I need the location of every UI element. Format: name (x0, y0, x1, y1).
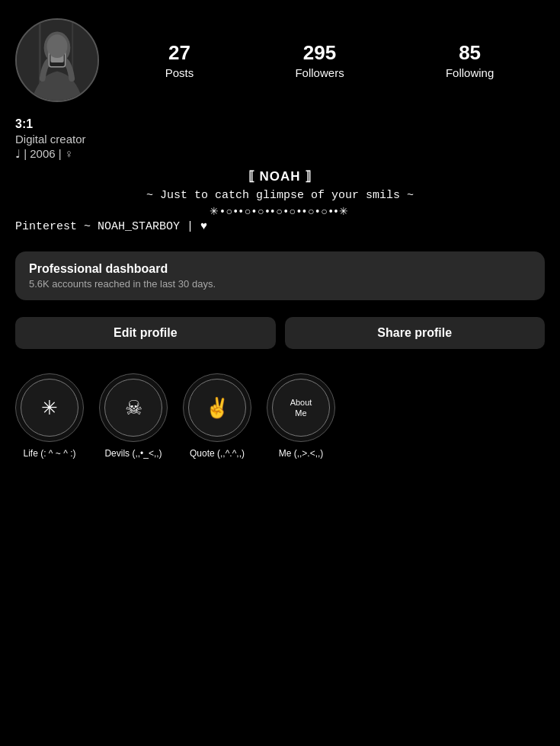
following-stat[interactable]: 85 Following (446, 41, 494, 79)
highlight-devils[interactable]: ☠ Devils (,,•_<,,) (99, 373, 168, 459)
highlight-me-label: Me (,,>.<,,) (279, 448, 324, 459)
avatar[interactable] (15, 18, 99, 102)
highlight-quote-label: Quote (,,^.^,,) (190, 448, 245, 459)
dashboard-subtitle: 5.6K accounts reached in the last 30 day… (29, 278, 531, 290)
svg-point-7 (47, 34, 68, 58)
username: 3:1 (15, 117, 545, 131)
bio-quote: ~ Just to catch glimpse of your smils ~ (15, 189, 545, 202)
highlight-quote[interactable]: ✌ Quote (,,^.^,,) (183, 373, 251, 459)
bio-role: Digital creator (15, 133, 545, 146)
posts-stat[interactable]: 27 Posts (165, 41, 194, 79)
highlight-me[interactable]: AboutMe Me (,,>.<,,) (267, 373, 335, 459)
posts-count: 27 (168, 41, 190, 65)
highlights-section: ✳ Life (: ^ ~ ^ :) ☠ Devils (,,•_<,,) ✌ … (0, 361, 560, 474)
highlight-devils-icon: ☠ (125, 396, 142, 420)
profile-page: 27 Posts 295 Followers 85 Following 3:1 … (0, 0, 560, 474)
action-buttons: Edit profile Share profile (0, 309, 560, 361)
following-label: Following (446, 66, 494, 79)
highlight-life-label: Life (: ^ ~ ^ :) (24, 448, 76, 459)
highlight-quote-icon: ✌ (205, 396, 229, 420)
dashboard-title: Professional dashboard (29, 262, 531, 276)
share-profile-button[interactable]: Share profile (285, 317, 546, 349)
professional-dashboard[interactable]: Professional dashboard 5.6K accounts rea… (15, 251, 545, 300)
bio-pinterest: Pinterest ~ NOAH_STARBOY | ♥ (15, 220, 545, 233)
bio-decoration: ✳︎•○••○•○••○•○••○•○••✳︎ (15, 205, 545, 217)
highlight-devils-label: Devils (,,•_<,,) (104, 448, 162, 459)
bio-section: 3:1 Digital creator ♩ | 2006 | ♀ ⟦ NOAH … (0, 114, 560, 242)
highlight-life-icon: ✳ (41, 396, 58, 420)
profile-header: 27 Posts 295 Followers 85 Following (0, 0, 560, 114)
followers-label: Followers (295, 66, 344, 79)
posts-label: Posts (165, 66, 194, 79)
bio-meta: ♩ | 2006 | ♀ (15, 147, 545, 161)
highlight-life[interactable]: ✳ Life (: ^ ~ ^ :) (15, 373, 84, 459)
edit-profile-button[interactable]: Edit profile (15, 317, 276, 349)
highlight-me-icon: AboutMe (290, 397, 312, 419)
display-name: ⟦ NOAH ⟧ (15, 168, 545, 184)
stats-row: 27 Posts 295 Followers 85 Following (114, 41, 545, 79)
followers-stat[interactable]: 295 Followers (295, 41, 344, 79)
following-count: 85 (459, 41, 481, 65)
followers-count: 295 (303, 41, 336, 65)
